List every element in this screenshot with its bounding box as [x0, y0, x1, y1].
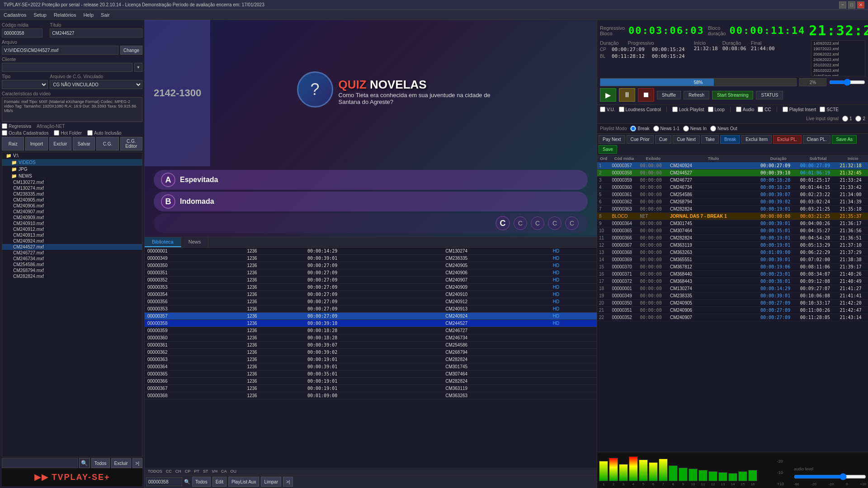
limpar-button[interactable]: Limpar — [261, 477, 281, 487]
library-row[interactable]: 00000357 1236 00:00:27:09 CM240924 HD — [145, 313, 597, 320]
library-row[interactable]: 00000001 1236 00:00:14:29 CM130274 HD — [145, 248, 597, 255]
menu-cadastros[interactable]: Cadastros — [4, 12, 26, 18]
volume-slider[interactable] — [829, 78, 865, 86]
excluir-button[interactable]: Excluir — [49, 137, 71, 150]
playlist-row[interactable]: 3 00000359 00:00:00 CM246727 00:00:18:28… — [597, 177, 868, 184]
import-button[interactable]: Import — [25, 137, 47, 150]
shuffle-button[interactable]: Shuffle — [657, 91, 681, 99]
exclui-item-button[interactable]: Exclui Item — [741, 135, 772, 144]
codigo-midia-input[interactable] — [2, 28, 42, 38]
library-row[interactable]: 00000368 1236 00:01:09:00 CM363263 — [145, 392, 597, 399]
tag-item[interactable]: VH — [210, 469, 219, 474]
pause-button[interactable]: ⏸ — [619, 88, 635, 102]
file-item[interactable]: CM240912.mxf — [2, 226, 142, 232]
tree-root[interactable]: 📁 V:\ — [2, 152, 142, 159]
menu-sair[interactable]: Sair — [101, 12, 110, 18]
play-button[interactable]: ▶ — [600, 88, 616, 102]
hot-folder-check[interactable] — [54, 130, 59, 136]
start-streaming-button[interactable]: Start Streaming — [712, 91, 753, 99]
cue-prior-button[interactable]: Cue Prior — [627, 135, 654, 144]
playlist-row[interactable]: 5 00000361 00:00:00 CM254586 00:00:39:07… — [597, 191, 868, 198]
radio-signal-1[interactable] — [842, 116, 848, 122]
tab-biblioteca[interactable]: Biblioteca — [145, 237, 181, 247]
tab-news[interactable]: News — [181, 237, 209, 247]
maximize-button[interactable]: □ — [848, 1, 855, 9]
menu-help[interactable]: Help — [83, 12, 94, 18]
library-search-input[interactable] — [146, 477, 182, 486]
playlist-row[interactable]: 6 00000362 00:00:00 CM268794 00:00:39:02… — [597, 198, 868, 206]
regressiva-checkbox[interactable]: Regressiva — [2, 123, 31, 129]
library-row[interactable]: 00000361 1236 00:00:39:07 CM254586 — [145, 342, 597, 349]
radio-break[interactable]: Break — [630, 126, 649, 131]
playlist-row[interactable]: 2 00000358 00:00:00 CM244527 00:00:39:10… — [597, 169, 868, 177]
titulo-input[interactable] — [50, 28, 142, 38]
oculta-cadastrados-checkbox[interactable]: Oculta Cadastrados — [2, 130, 48, 136]
xml-item[interactable]: 25102022.xml — [811, 62, 865, 68]
playlist-row[interactable]: 21 00000351 00:00:00 CM240906 00:00:27:0… — [597, 307, 868, 314]
scte-check[interactable] — [820, 107, 825, 112]
radio-break-input[interactable] — [630, 126, 636, 131]
library-row[interactable]: 00000359 1236 00:00:18:28 CM246727 — [145, 327, 597, 334]
file-item[interactable]: CM240907.mxf — [2, 209, 142, 215]
tag-item[interactable]: CC — [165, 469, 173, 474]
playlist-insert-check[interactable] — [783, 107, 788, 112]
auto-inclusao-checkbox[interactable]: Auto Inclusão — [87, 130, 122, 136]
cc-checkbox[interactable]: CC — [758, 107, 771, 112]
menu-setup[interactable]: Setup — [33, 12, 47, 18]
tipo-select[interactable] — [2, 80, 48, 89]
xml-item[interactable]: 24062022.xml — [811, 57, 865, 62]
close-button[interactable]: ✕ — [857, 1, 864, 9]
file-item[interactable]: CM240910.mxf — [2, 221, 142, 226]
raiz-button[interactable]: Raiz — [2, 137, 24, 150]
search-input[interactable] — [2, 458, 78, 468]
status-button[interactable]: STATUS — [756, 91, 783, 99]
xml-item[interactable]: 19072022.xml — [811, 46, 865, 52]
library-row[interactable]: 00000353 1236 00:00:27:09 CM240909 HD — [145, 284, 597, 291]
playlist-row[interactable]: 15 00000370 00:00:00 CM367812 00:00:19:0… — [597, 263, 868, 271]
pay-next-button[interactable]: Pay Next — [599, 135, 625, 144]
playlist-row[interactable]: 18 00000001 00:00:00 CM130274 00:00:14:2… — [597, 285, 868, 292]
radio-newsin-input[interactable] — [683, 126, 689, 131]
playlist-aux-button[interactable]: PlayList Aux — [228, 477, 259, 487]
library-row[interactable]: 00000356 1236 00:00:27:09 CM240912 HD — [145, 298, 597, 305]
file-item[interactable]: CM238335.mxf — [2, 191, 142, 197]
xml-item[interactable]: AutoSave.xml — [811, 73, 865, 76]
stop-button[interactable]: ⏹ — [638, 88, 654, 102]
playlist-row[interactable]: 10 00000365 00:00:00 CM307464 00:00:35:0… — [597, 227, 868, 235]
lib-next-button[interactable]: >| — [283, 477, 293, 487]
clean-pl-button[interactable]: Clean PL. — [803, 135, 831, 144]
tag-item[interactable]: CP — [184, 469, 192, 474]
file-item[interactable]: CM240906.mxf — [2, 203, 142, 209]
salvar-button[interactable]: Salvar — [73, 137, 95, 150]
oculta-cadastrados-check[interactable] — [2, 130, 7, 136]
library-row[interactable]: 00000362 1236 00:00:39:02 CM268794 — [145, 349, 597, 356]
file-item[interactable]: CM282824.mxf — [2, 273, 142, 279]
radio-news-in[interactable]: News In — [683, 126, 707, 131]
excluir-search-button[interactable]: Excluir — [111, 458, 131, 468]
regressiva-check[interactable] — [2, 123, 7, 129]
lock-playlist-checkbox[interactable]: Lock Playlist — [672, 107, 704, 112]
tag-item[interactable]: ST — [202, 469, 210, 474]
playlist-row[interactable]: 16 00000371 00:00:00 CM368440 00:00:23:0… — [597, 271, 868, 278]
file-item[interactable]: CM254586.mxf — [2, 262, 142, 267]
playlist-insert-checkbox[interactable]: Playlist Insert — [783, 107, 816, 112]
audio-level-slider[interactable] — [794, 473, 866, 480]
playlist-row[interactable]: 17 00000372 00:00:00 CM368443 00:00:38:0… — [597, 278, 868, 285]
todos-lib-button[interactable]: Todos — [192, 477, 211, 487]
file-item[interactable]: CM240909.mxf — [2, 215, 142, 221]
playlist-row[interactable]: 12 00000367 00:00:00 CM363119 00:00:19:0… — [597, 242, 868, 249]
tree-jpg[interactable]: 📁 JPG — [2, 166, 142, 173]
refresh-button[interactable]: Refresh — [684, 91, 709, 99]
cliente-dropdown-icon[interactable]: ▼ — [134, 63, 142, 72]
library-row[interactable]: 00000365 1236 00:00:35:01 CM307464 — [145, 371, 597, 378]
library-row[interactable]: 00000349 1236 00:00:39:01 CM238335 HD — [145, 255, 597, 262]
break-button[interactable]: Break — [720, 135, 740, 144]
library-row[interactable]: 00000351 1236 00:00:27:09 CM240906 HD — [145, 269, 597, 277]
tag-item[interactable]: CA — [220, 469, 228, 474]
take-button[interactable]: Take — [701, 135, 719, 144]
xml-item[interactable]: 20062022.xml — [811, 52, 865, 57]
tag-item[interactable]: OU — [229, 469, 238, 474]
file-item[interactable]: CM130274.mxf — [2, 185, 142, 191]
next-button[interactable]: >| — [132, 458, 142, 468]
arquivo-input[interactable] — [2, 46, 118, 55]
